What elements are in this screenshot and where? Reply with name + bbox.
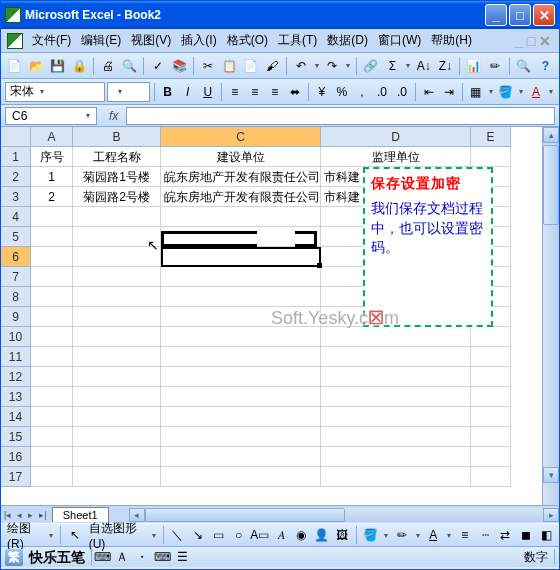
redo-icon[interactable]: ↷ (323, 56, 343, 76)
cell[interactable] (161, 347, 321, 367)
cell[interactable] (471, 327, 511, 347)
scroll-thumb[interactable] (145, 508, 345, 522)
col-header-b[interactable]: B (73, 127, 161, 147)
font-selector[interactable]: 宋体 ▾ (5, 82, 105, 102)
drawing-icon[interactable]: ✏ (486, 56, 506, 76)
horizontal-scrollbar[interactable]: ◂ ▸ (129, 508, 559, 522)
cell[interactable]: 1 (31, 167, 73, 187)
textbox-icon[interactable]: A▭ (250, 525, 269, 545)
cell[interactable] (471, 387, 511, 407)
spellcheck-icon[interactable]: ✓ (148, 56, 168, 76)
excel-icon[interactable] (7, 33, 23, 49)
merge-cells-icon[interactable]: ⬌ (286, 82, 304, 102)
cell[interactable] (161, 287, 321, 307)
cell[interactable] (31, 307, 73, 327)
chart-icon[interactable]: 📊 (464, 56, 484, 76)
cell[interactable] (161, 387, 321, 407)
doc-minimize-button[interactable]: _ □ ✕ (509, 33, 557, 49)
row-header[interactable]: 9 (1, 307, 31, 327)
dec-indent-icon[interactable]: ⇤ (420, 82, 438, 102)
scroll-right-icon[interactable]: ▸ (543, 508, 559, 522)
diagram-icon[interactable]: ◉ (293, 525, 310, 545)
save-icon[interactable]: 💾 (48, 56, 68, 76)
cell[interactable] (321, 367, 471, 387)
cell[interactable] (321, 387, 471, 407)
menu-file[interactable]: 文件(F) (27, 30, 76, 51)
ime-tool-icon[interactable]: ・ (132, 547, 152, 567)
menu-help[interactable]: 帮助(H) (426, 30, 477, 51)
cell[interactable] (31, 427, 73, 447)
cell[interactable] (161, 327, 321, 347)
cell[interactable] (161, 447, 321, 467)
bold-icon[interactable]: B (159, 82, 177, 102)
cell[interactable] (73, 467, 161, 487)
cut-icon[interactable]: ✂ (198, 56, 218, 76)
select-all-corner[interactable] (1, 127, 31, 147)
align-right-icon[interactable]: ≡ (266, 82, 284, 102)
cell[interactable] (471, 467, 511, 487)
cell[interactable] (471, 447, 511, 467)
format-painter-icon[interactable]: 🖌 (263, 56, 283, 76)
sort-asc-icon[interactable]: A↓ (414, 56, 434, 76)
open-icon[interactable]: 📂 (27, 56, 47, 76)
line-style-icon[interactable]: ≡ (456, 525, 473, 545)
tab-nav-last-icon[interactable]: ▸| (36, 510, 49, 520)
cell[interactable] (31, 387, 73, 407)
shadow-icon[interactable]: ◼ (517, 525, 534, 545)
cell[interactable] (321, 347, 471, 367)
research-icon[interactable]: 📚 (170, 56, 190, 76)
cell[interactable] (31, 347, 73, 367)
sort-desc-icon[interactable]: Z↓ (436, 56, 456, 76)
row-header[interactable]: 15 (1, 427, 31, 447)
permission-icon[interactable]: 🔒 (70, 56, 90, 76)
autosum-icon[interactable]: Σ (383, 56, 403, 76)
underline-icon[interactable]: U (199, 82, 217, 102)
clipart-icon[interactable]: 👤 (313, 525, 330, 545)
rectangle-icon[interactable]: ▭ (210, 525, 227, 545)
ime-name[interactable]: 快乐五笔 (23, 549, 92, 565)
scroll-up-icon[interactable]: ▴ (543, 127, 559, 143)
cell[interactable] (73, 427, 161, 447)
cell[interactable] (73, 407, 161, 427)
autoshape-label[interactable]: 自选图形(U) (87, 520, 147, 551)
cell[interactable] (73, 307, 161, 327)
cell[interactable] (161, 427, 321, 447)
row-header[interactable]: 11 (1, 347, 31, 367)
tab-nav-prev-icon[interactable]: ◂ (14, 510, 25, 520)
currency-icon[interactable]: ¥ (313, 82, 331, 102)
menu-insert[interactable]: 插入(I) (176, 30, 221, 51)
cell[interactable] (31, 407, 73, 427)
tab-nav-next-icon[interactable]: ▸ (25, 510, 36, 520)
cell[interactable] (471, 407, 511, 427)
col-header-e[interactable]: E (471, 127, 511, 147)
cell[interactable] (31, 207, 73, 227)
cell[interactable] (73, 387, 161, 407)
ime-icon[interactable]: 繁 (5, 549, 23, 566)
inc-decimal-icon[interactable]: .0 (373, 82, 391, 102)
paste-icon[interactable]: 📄 (241, 56, 261, 76)
cell[interactable] (73, 347, 161, 367)
undo-icon[interactable]: ↶ (291, 56, 311, 76)
inc-indent-icon[interactable]: ⇥ (440, 82, 458, 102)
borders-icon[interactable]: ▦ (467, 82, 485, 102)
cells-area[interactable]: 序号 工程名称 建设单位 监理单位 1 菊园路1号楼 皖东房地产开发有限责任公司… (31, 147, 511, 487)
comma-icon[interactable]: , (353, 82, 371, 102)
hyperlink-icon[interactable]: 🔗 (361, 56, 381, 76)
cell[interactable]: 监理单位 (321, 147, 471, 167)
cell[interactable] (73, 227, 161, 247)
line-color-icon[interactable]: ✏ (393, 525, 410, 545)
row-header[interactable]: 8 (1, 287, 31, 307)
cell[interactable] (31, 367, 73, 387)
copy-icon[interactable]: 📋 (220, 56, 240, 76)
minimize-button[interactable]: _ (485, 4, 507, 26)
maximize-button[interactable]: □ (509, 4, 531, 26)
row-header[interactable]: 3 (1, 187, 31, 207)
menu-data[interactable]: 数据(D) (322, 30, 373, 51)
cell[interactable] (321, 447, 471, 467)
col-header-d[interactable]: D (321, 127, 471, 147)
font-color-icon[interactable]: A (425, 525, 442, 545)
print-icon[interactable]: 🖨 (98, 56, 118, 76)
name-box[interactable]: C6 ▾ (5, 107, 97, 125)
cell[interactable] (161, 207, 321, 227)
font-size-selector[interactable]: ▾ (107, 82, 149, 102)
